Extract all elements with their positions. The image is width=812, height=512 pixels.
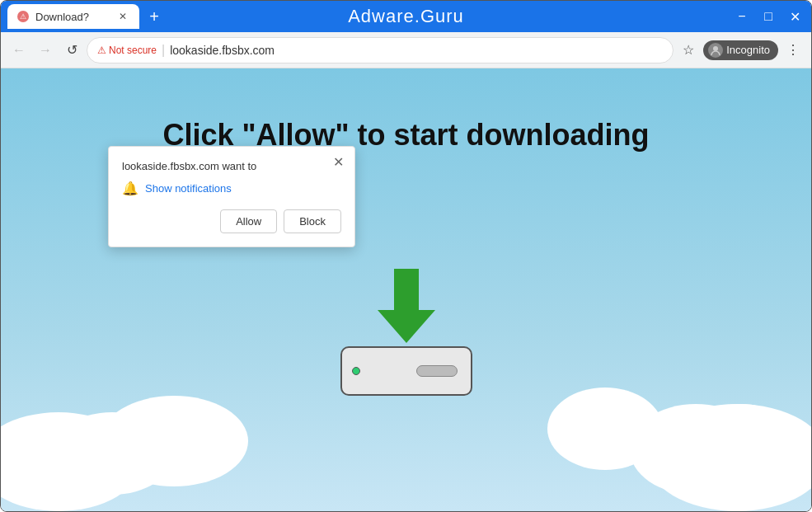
hd-led (352, 367, 360, 375)
block-button[interactable]: Block (284, 209, 341, 233)
main-content: Click "Allow" to start downloading ✕ loo… (1, 68, 811, 511)
window-controls: − □ ✕ (732, 7, 805, 26)
back-button[interactable]: ← (7, 39, 31, 62)
divider: | (162, 43, 165, 58)
cloud-7 (547, 388, 663, 470)
bookmark-button[interactable]: ☆ (677, 39, 700, 62)
site-branding: Adware.Guru (348, 6, 464, 27)
title-bar: ⚠ Download? ✕ + Adware.Guru − □ ✕ (1, 1, 811, 32)
tab-close-button[interactable]: ✕ (116, 10, 129, 23)
url-bar[interactable]: ⚠ Not secure | lookaside.fbsbx.com (87, 37, 674, 63)
maximize-button[interactable]: □ (758, 7, 778, 26)
browser-menu-button[interactable]: ⋮ (781, 39, 805, 62)
cloud-3 (100, 396, 248, 486)
tab-title: Download? (35, 11, 89, 23)
popup-action-buttons: Allow Block (122, 209, 341, 233)
minimize-button[interactable]: − (732, 7, 752, 26)
popup-title: lookaside.fbsbx.com want to (122, 160, 341, 172)
arrow-shaft (394, 269, 419, 310)
forward-button[interactable]: → (34, 39, 57, 62)
browser-window: ⚠ Download? ✕ + Adware.Guru − □ ✕ (0, 0, 812, 512)
notification-popup: ✕ lookaside.fbsbx.com want to 🔔 Show not… (108, 146, 355, 247)
browser-tab[interactable]: ⚠ Download? ✕ (7, 4, 139, 29)
show-notifications-link[interactable]: Show notifications (145, 182, 232, 195)
arrow-head (378, 310, 435, 343)
bell-icon: 🔔 (122, 181, 138, 196)
allow-button[interactable]: Allow (220, 209, 277, 233)
popup-close-button[interactable]: ✕ (330, 153, 346, 170)
clouds-decoration (1, 379, 811, 511)
cloud-6 (688, 404, 795, 478)
incognito-icon (708, 43, 723, 58)
hard-drive-icon (340, 346, 472, 396)
new-tab-button[interactable]: + (143, 5, 166, 28)
svg-point-0 (713, 46, 718, 51)
address-bar: ← → ↺ ⚠ Not secure | lookaside.fbsbx.com… (1, 32, 811, 68)
reload-button[interactable]: ↺ (60, 39, 83, 62)
close-window-button[interactable]: ✕ (785, 7, 805, 26)
incognito-indicator: Incognito (703, 40, 778, 60)
tab-favicon: ⚠ (17, 11, 29, 22)
hd-slot (416, 365, 458, 377)
security-indicator: ⚠ Not secure (97, 45, 157, 56)
popup-notification-row: 🔔 Show notifications (122, 181, 341, 196)
incognito-label: Incognito (726, 44, 770, 56)
url-text: lookaside.fbsbx.com (170, 44, 275, 57)
download-graphic (340, 269, 472, 396)
